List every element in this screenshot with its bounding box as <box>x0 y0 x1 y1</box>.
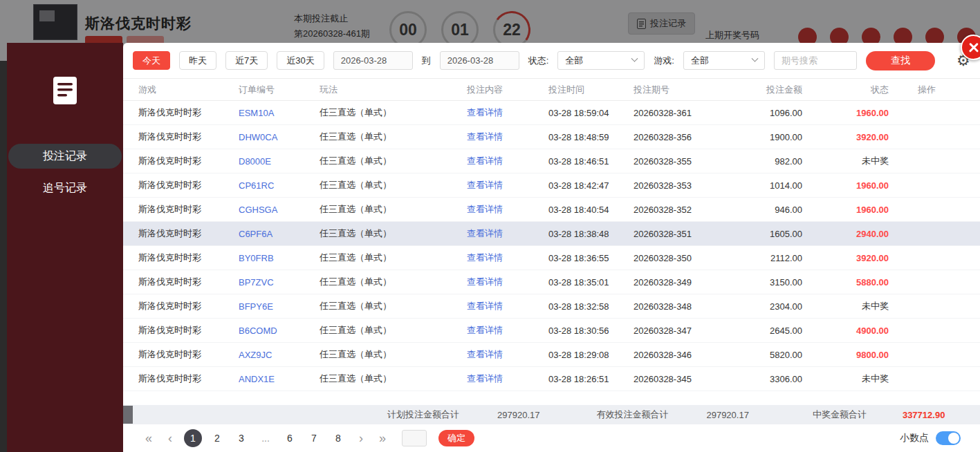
order-number-link[interactable]: ESM10A <box>239 108 320 118</box>
cell-amount: 2112.00 <box>730 253 802 263</box>
cell-status: 4900.00 <box>802 326 889 336</box>
date-from-input[interactable] <box>333 51 413 70</box>
cell-time: 03-28 18:46:51 <box>548 156 634 167</box>
cell-amount: 946.00 <box>730 205 802 215</box>
cell-status: 2940.00 <box>802 229 889 239</box>
table-body: 斯洛伐克时时彩 ESM10A 任三直选（单式） 查看详情 03-28 18:59… <box>123 101 980 405</box>
table-row[interactable]: 斯洛伐克时时彩 B6COMD 任三直选（单式） 查看详情 03-28 18:30… <box>123 319 980 343</box>
table-row[interactable]: 斯洛伐克时时彩 CP61RC 任三直选（单式） 查看详情 03-28 18:42… <box>123 173 980 198</box>
page-number[interactable]: 2 <box>208 429 226 447</box>
quick-date-button[interactable]: 近7天 <box>225 51 268 70</box>
cell-period: 20260328-355 <box>634 156 730 167</box>
col-period: 投注期号 <box>634 84 730 96</box>
last-page-icon[interactable]: » <box>375 432 390 444</box>
col-time: 投注时间 <box>548 84 634 96</box>
col-status: 状态 <box>802 84 889 96</box>
table-row[interactable]: 斯洛伐克时时彩 AXZ9JC 任三直选（单式） 查看详情 03-28 18:29… <box>123 343 980 367</box>
cell-status: 1960.00 <box>802 205 889 215</box>
cell-period: 20260328-349 <box>634 277 730 288</box>
cell-amount: 1014.00 <box>730 180 802 191</box>
cell-game: 斯洛伐克时时彩 <box>138 203 239 216</box>
col-game: 游戏 <box>138 84 239 96</box>
table-row[interactable]: 斯洛伐克时时彩 DHW0CA 任三直选（单式） 查看详情 03-28 18:48… <box>123 125 980 149</box>
order-number-link[interactable]: C6PF6A <box>239 229 320 239</box>
cell-amount: 1900.00 <box>730 132 802 142</box>
order-number-link[interactable]: CGHSGA <box>239 205 320 215</box>
valid-total-value: 297920.17 <box>706 410 748 420</box>
table-row[interactable]: 斯洛伐克时时彩 ESM10A 任三直选（单式） 查看详情 03-28 18:59… <box>123 101 980 125</box>
view-details-link[interactable]: 查看详情 <box>467 155 548 167</box>
quick-date-button[interactable]: 昨天 <box>179 51 216 70</box>
cell-amount: 2304.00 <box>730 301 802 312</box>
cell-time: 03-28 18:26:51 <box>548 374 634 384</box>
cell-period: 20260328-352 <box>634 205 730 215</box>
quick-date-button[interactable]: 近30天 <box>277 51 324 70</box>
win-total-value: 337712.90 <box>903 410 945 420</box>
planned-total-label: 计划投注金额合计 <box>387 408 459 421</box>
page-jump-input[interactable] <box>402 430 427 446</box>
cell-period: 20260328-350 <box>634 253 730 263</box>
order-number-link[interactable]: CP61RC <box>239 180 320 191</box>
sidebar-item[interactable]: 投注记录 <box>8 144 122 169</box>
page-number[interactable]: 1 <box>184 429 202 447</box>
table-row[interactable]: 斯洛伐克时时彩 C6PF6A 任三直选（单式） 查看详情 03-28 18:38… <box>123 222 980 246</box>
page-number[interactable]: 3 <box>232 429 250 447</box>
planned-total-value: 297920.17 <box>497 410 539 420</box>
order-number-link[interactable]: AXZ9JC <box>239 350 320 360</box>
cell-period: 20260328-348 <box>634 301 730 312</box>
view-details-link[interactable]: 查看详情 <box>467 324 548 337</box>
confirm-button[interactable]: 确定 <box>438 430 474 446</box>
view-details-link[interactable]: 查看详情 <box>467 276 548 288</box>
table-row[interactable]: 斯洛伐克时时彩 CGHSGA 任三直选（单式） 查看详情 03-28 18:40… <box>123 198 980 222</box>
cell-game: 斯洛伐克时时彩 <box>138 373 239 385</box>
first-page-icon[interactable]: « <box>141 432 156 444</box>
prev-page-icon[interactable]: ‹ <box>163 432 178 444</box>
period-search-input[interactable] <box>774 51 857 70</box>
view-details-link[interactable]: 查看详情 <box>467 203 548 216</box>
table-row[interactable]: 斯洛伐克时时彩 D8000E 任三直选（单式） 查看详情 03-28 18:46… <box>123 149 980 173</box>
view-details-link[interactable]: 查看详情 <box>467 131 548 143</box>
cell-status: 1960.00 <box>802 108 889 118</box>
view-details-link[interactable]: 查看详情 <box>467 227 548 240</box>
view-details-link[interactable]: 查看详情 <box>467 300 548 312</box>
sidebar-item[interactable]: 追号记录 <box>8 176 122 200</box>
page-number[interactable]: 7 <box>305 429 323 447</box>
search-button[interactable]: 查找 <box>866 51 935 70</box>
quick-date-button[interactable]: 今天 <box>133 51 170 70</box>
cell-status: 3920.00 <box>802 253 889 263</box>
cell-period: 20260328-351 <box>634 229 730 239</box>
view-details-link[interactable]: 查看详情 <box>467 179 548 191</box>
cell-play: 任三直选（单式） <box>320 203 467 216</box>
page-number[interactable]: 8 <box>329 429 347 447</box>
order-number-link[interactable]: BP7ZVC <box>239 277 320 288</box>
order-number-link[interactable]: ANDX1E <box>239 374 320 384</box>
status-select[interactable]: 全部 <box>557 51 645 70</box>
chevron-down-icon <box>752 55 759 62</box>
order-number-link[interactable]: BY0FRB <box>239 253 320 263</box>
cell-time: 03-28 18:40:54 <box>548 205 634 215</box>
decimal-toggle[interactable] <box>936 431 961 445</box>
order-number-link[interactable]: BFPY6E <box>239 301 320 312</box>
cell-play: 任三直选（单式） <box>320 324 467 337</box>
next-page-icon[interactable]: › <box>353 432 369 444</box>
view-details-link[interactable]: 查看详情 <box>467 348 548 361</box>
col-content: 投注内容 <box>467 84 548 96</box>
date-to-input[interactable] <box>440 51 519 70</box>
cell-amount: 3306.00 <box>730 374 802 384</box>
order-number-link[interactable]: B6COMD <box>239 326 320 336</box>
order-number-link[interactable]: DHW0CA <box>239 132 320 142</box>
page-number[interactable]: ... <box>257 429 275 447</box>
cell-period: 20260328-347 <box>634 326 730 336</box>
view-details-link[interactable]: 查看详情 <box>467 106 548 119</box>
view-details-link[interactable]: 查看详情 <box>467 252 548 264</box>
page-number[interactable]: 6 <box>281 429 299 447</box>
table-row[interactable]: 斯洛伐克时时彩 BY0FRB 任三直选（单式） 查看详情 03-28 18:36… <box>123 246 980 270</box>
table-row[interactable]: 斯洛伐克时时彩 BFPY6E 任三直选（单式） 查看详情 03-28 18:32… <box>123 294 980 319</box>
table-row[interactable]: 斯洛伐克时时彩 BP7ZVC 任三直选（单式） 查看详情 03-28 18:35… <box>123 270 980 294</box>
order-number-link[interactable]: D8000E <box>239 156 320 167</box>
table-row[interactable]: 斯洛伐克时时彩 ANDX1E 任三直选（单式） 查看详情 03-28 18:26… <box>123 367 980 391</box>
view-details-link[interactable]: 查看详情 <box>467 373 548 385</box>
valid-total-label: 有效投注金额合计 <box>596 408 668 421</box>
cell-play: 任三直选（单式） <box>320 179 467 191</box>
game-select[interactable]: 全部 <box>683 51 765 70</box>
